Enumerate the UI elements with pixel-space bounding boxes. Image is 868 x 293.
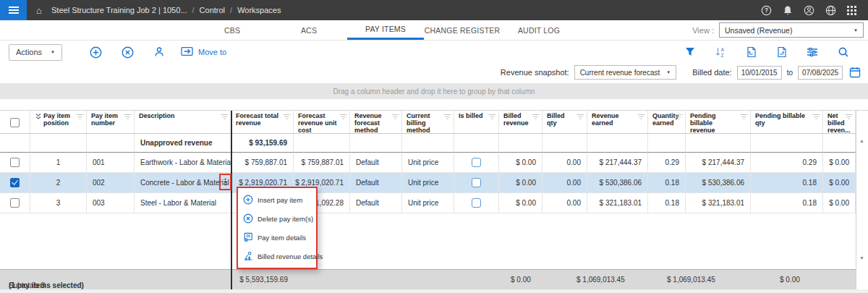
actions-button[interactable]: Actions ▼ (9, 44, 62, 61)
row-select-checkbox[interactable] (10, 198, 20, 208)
export-document-icon[interactable] (776, 46, 787, 58)
svg-text:A: A (721, 47, 725, 52)
column-settings-icon[interactable] (807, 47, 818, 57)
tab-audit-log[interactable]: AUDIT LOG (501, 20, 577, 40)
view-dropdown[interactable]: Unsaved (Revenue) ▼ (719, 22, 864, 38)
frozen-column-divider[interactable] (231, 111, 232, 289)
top-bar: ⌂ Steel Structure Training Job 2 | 1050.… (0, 0, 868, 20)
calendar-icon[interactable] (849, 67, 861, 78)
column-filter-icon[interactable] (221, 114, 229, 122)
sort-az-icon[interactable]: AZ (715, 46, 726, 58)
menu-item-pay-item-details[interactable]: Pay item details (238, 228, 316, 247)
row-select-checkbox-checked[interactable] (10, 178, 20, 187)
column-filter-icon[interactable] (283, 114, 291, 122)
home-icon[interactable]: ⌂ (27, 5, 51, 16)
apps-grid-icon[interactable] (847, 6, 856, 15)
column-filter-icon[interactable] (576, 114, 584, 122)
column-header-forecast-revenue-unit-cost[interactable]: Forecast revenue unit cost (294, 111, 350, 134)
billed-date-to-word: to (787, 69, 793, 77)
cell-description: Steel - Labor & Material (135, 193, 231, 213)
column-header-billed-qty[interactable]: Billed qty (542, 111, 587, 134)
revenue-snapshot-dropdown[interactable]: Current revenue forecast ▼ (574, 65, 677, 80)
scroll-down-arrow-icon[interactable]: ▼ (859, 255, 864, 260)
is-billed-checkbox[interactable] (472, 198, 481, 208)
cell-pay-item-position: 1 (30, 153, 87, 173)
cell-description: Earthwork - Labor & Material (135, 153, 231, 173)
header-select-all-cell (0, 111, 30, 134)
is-billed-checkbox[interactable] (472, 178, 481, 187)
column-filter-icon[interactable] (637, 114, 645, 122)
column-filter-icon[interactable] (675, 114, 683, 122)
delete-pay-item-icon[interactable] (111, 46, 143, 59)
column-header-quantity-earned[interactable]: Quantity earned (648, 111, 686, 134)
column-filter-icon[interactable] (124, 114, 132, 122)
is-billed-checkbox[interactable] (472, 158, 481, 167)
column-header-net-billed-revenue[interactable]: Net billed reven... (823, 111, 856, 134)
column-header-pending-billable-qty[interactable]: Pending billable qty (751, 111, 823, 134)
column-filter-icon[interactable] (845, 114, 853, 122)
row-select-checkbox[interactable] (10, 158, 20, 167)
tab-acs[interactable]: ACS (271, 20, 347, 40)
column-header-forecast-total-revenue[interactable]: Forecast total revenue (231, 111, 294, 134)
subtotal-revenue-earned: $ 1,069,013.45 (576, 276, 625, 284)
column-header-description[interactable]: Description (135, 111, 231, 134)
tab-pay-items[interactable]: PAY ITEMS (347, 20, 424, 40)
column-filter-icon[interactable] (443, 114, 451, 122)
column-filter-icon[interactable] (391, 114, 399, 122)
vertical-scrollbar[interactable]: ▲ ▼ (856, 111, 868, 289)
move-to-button[interactable]: Move to (181, 46, 226, 58)
column-header-pay-item-position[interactable]: Pay item position (30, 111, 87, 134)
tab-change-register[interactable]: CHANGE REGISTER (424, 20, 501, 40)
cell-billed-revenue: $ 0.00 (499, 173, 542, 193)
select-all-checkbox[interactable] (10, 118, 20, 127)
column-filter-icon[interactable] (488, 114, 496, 122)
menu-item-delete-pay-items[interactable]: Delete pay item(s) (238, 209, 316, 228)
group-by-drop-zone[interactable]: Drag a column header and drop it here to… (0, 83, 868, 99)
add-pay-item-icon[interactable] (80, 46, 111, 59)
column-header-is-billed[interactable]: Is billed (454, 111, 499, 134)
column-header-pending-billable-revenue[interactable]: Pending billable revenue (686, 111, 751, 134)
billed-date-to-input[interactable]: 07/08/2025 (798, 66, 843, 80)
billed-revenue-details-icon (243, 251, 253, 261)
grid-empty-area (0, 213, 868, 269)
menu-item-billed-revenue-details[interactable]: Billed revenue details (238, 247, 316, 266)
subtotal-pending-billable-revenue: $ 1,069,013.45 (667, 276, 715, 284)
notifications-bell-icon[interactable] (783, 5, 793, 16)
column-header-revenue-earned[interactable]: Revenue earned (587, 111, 648, 134)
import-document-icon[interactable] (746, 46, 757, 58)
column-header-revenue-forecast-method[interactable]: Revenue forecast method (350, 111, 402, 134)
search-icon[interactable] (838, 46, 849, 58)
column-filter-icon[interactable] (812, 114, 820, 122)
menu-item-insert-pay-item[interactable]: Insert pay item (238, 190, 316, 209)
tab-cbs[interactable]: CBS (194, 20, 271, 40)
breadcrumb-section[interactable]: Control (200, 6, 225, 14)
column-filter-icon[interactable] (740, 114, 748, 122)
globe-icon[interactable] (825, 5, 836, 16)
table-row[interactable]: 1 001 Earthwork - Labor & Material $ 759… (0, 153, 856, 173)
column-filter-icon[interactable] (532, 114, 540, 122)
cell-pay-item-position: 2 (30, 173, 87, 193)
cell-quantity-earned: 0.18 (648, 193, 686, 213)
cell-pending-billable-revenue: $ 530,386.06 (686, 173, 751, 193)
table-row[interactable]: 3 003 Steel - Labor & Material 21,092.28… (0, 193, 856, 213)
breadcrumb-project[interactable]: Steel Structure Training Job 2 | 1050... (51, 6, 187, 14)
row-kebab-menu-icon[interactable]: ⋮ (221, 178, 229, 186)
column-header-pay-item-number[interactable]: Pay item number (87, 111, 135, 134)
column-filter-icon[interactable] (76, 114, 84, 122)
help-icon[interactable]: ? (761, 5, 772, 16)
column-filter-icon[interactable] (339, 114, 347, 122)
user-account-icon[interactable] (804, 5, 814, 16)
scroll-up-arrow-icon[interactable]: ▲ (859, 138, 864, 143)
assign-person-icon[interactable] (143, 46, 175, 58)
table-row-selected[interactable]: 2 002 Concrete - Labor & Material $ 2,91… (0, 173, 856, 193)
column-header-current-billing-method[interactable]: Current billing method (402, 111, 454, 134)
cell-current-billing-method: Unit price (402, 173, 454, 193)
filter-icon[interactable] (685, 47, 695, 57)
breadcrumb-page[interactable]: Workspaces (237, 6, 281, 14)
billed-date-from-input[interactable]: 10/01/2015 (737, 66, 782, 80)
column-header-billed-revenue[interactable]: Billed revenue (499, 111, 542, 134)
hamburger-menu-button[interactable] (0, 0, 27, 20)
hamburger-icon (9, 7, 19, 14)
subtotal-billed-revenue: $ 0.00 (511, 276, 531, 284)
cell-billed-qty: 0.00 (542, 173, 587, 193)
